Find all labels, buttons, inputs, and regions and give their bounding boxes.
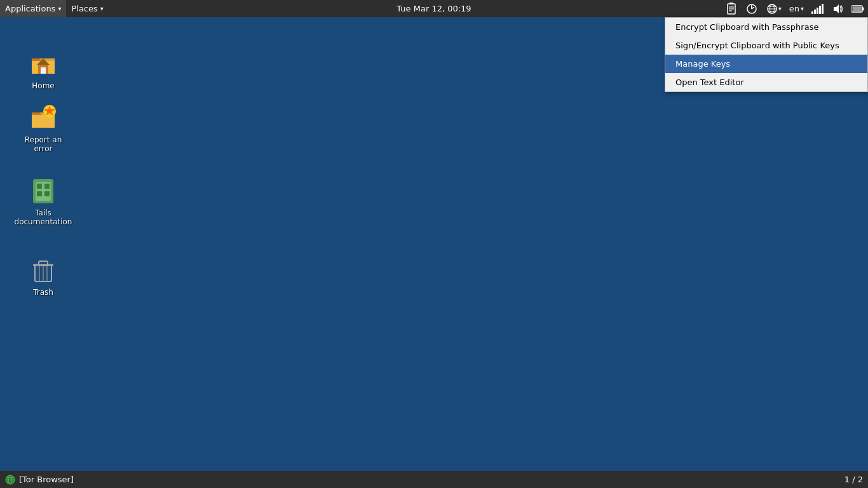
places-label: Places	[71, 4, 97, 13]
language-tray[interactable]: en ▾	[785, 0, 808, 17]
manage-keys-item[interactable]: Manage Keys	[665, 55, 867, 73]
svg-rect-15	[862, 7, 864, 10]
svg-rect-27	[44, 191, 50, 196]
power-tray[interactable]	[742, 0, 762, 17]
signal-tray[interactable]	[808, 0, 827, 17]
home-icon-label: Home	[32, 81, 54, 90]
power-icon	[745, 3, 758, 15]
pager-text: 1 / 2	[844, 475, 863, 484]
network-tray[interactable]: ▾	[762, 0, 785, 17]
svg-rect-33	[39, 261, 48, 265]
top-panel: Applications ▾ Places ▾ Tue Mar 12, 00:1…	[0, 0, 868, 17]
applications-label: Applications	[5, 4, 55, 13]
places-menu[interactable]: Places ▾	[66, 0, 108, 17]
bottom-panel: [Tor Browser] 1 / 2	[0, 471, 868, 488]
report-error-icon-label: Report an error	[17, 135, 69, 154]
clipboard-tray[interactable]	[721, 0, 742, 17]
sign-encrypt-public-item[interactable]: Sign/Encrypt Clipboard with Public Keys	[665, 36, 867, 55]
tails-docs-desktop-icon[interactable]: Tails documentation	[15, 173, 72, 229]
encrypt-passphrase-item[interactable]: Encrypt Clipboard with Passphrase	[665, 18, 867, 36]
tails-docs-icon-label: Tails documentation	[15, 208, 72, 227]
tails-docs-icon-img	[28, 175, 58, 206]
manage-keys-label: Manage Keys	[675, 59, 730, 69]
network-icon	[766, 3, 778, 15]
language-arrow-icon: ▾	[801, 5, 804, 12]
panel-right: ▾ en ▾	[721, 0, 868, 17]
pager-display: 1 / 2	[839, 475, 868, 484]
tor-globe-icon	[5, 475, 15, 485]
home-desktop-icon[interactable]: Home	[15, 46, 72, 93]
datetime-display: Tue Mar 12, 00:19	[397, 4, 471, 13]
svg-marker-13	[834, 4, 839, 13]
svg-rect-24	[37, 184, 42, 189]
trash-desktop-icon[interactable]: Trash	[15, 252, 72, 299]
battery-tray[interactable]	[848, 0, 868, 17]
language-label: en	[789, 4, 799, 13]
tor-browser-taskbar-item[interactable]: [Tor Browser]	[0, 471, 79, 488]
applications-menu[interactable]: Applications ▾	[0, 0, 66, 17]
home-icon-img	[28, 48, 58, 79]
svg-rect-1	[729, 3, 733, 4]
encrypt-passphrase-label: Encrypt Clipboard with Passphrase	[675, 22, 818, 32]
svg-rect-19	[41, 67, 46, 74]
datetime-text: Tue Mar 12, 00:19	[397, 4, 471, 13]
clipboard-dropdown-menu: Encrypt Clipboard with Passphrase Sign/E…	[665, 17, 868, 92]
open-text-editor-label: Open Text Editor	[675, 78, 744, 87]
applications-arrow-icon: ▾	[58, 5, 61, 12]
volume-icon	[831, 3, 844, 15]
svg-rect-25	[44, 184, 50, 189]
volume-tray[interactable]	[827, 0, 848, 17]
panel-left: Applications ▾ Places ▾	[0, 0, 109, 17]
svg-rect-26	[37, 191, 42, 196]
report-error-icon-img	[28, 102, 58, 133]
report-error-desktop-icon[interactable]: Report an error	[15, 100, 72, 156]
places-arrow-icon: ▾	[100, 5, 104, 12]
network-arrow-icon: ▾	[778, 5, 782, 12]
signal-bars-icon	[811, 4, 824, 14]
trash-icon-img	[28, 255, 58, 285]
trash-icon-label: Trash	[33, 288, 53, 297]
clipboard-icon	[725, 3, 738, 15]
tor-browser-label: [Tor Browser]	[19, 475, 74, 484]
battery-icon	[851, 3, 864, 15]
open-text-editor-item[interactable]: Open Text Editor	[665, 73, 867, 92]
sign-encrypt-public-label: Sign/Encrypt Clipboard with Public Keys	[675, 41, 839, 50]
svg-rect-16	[853, 6, 862, 11]
